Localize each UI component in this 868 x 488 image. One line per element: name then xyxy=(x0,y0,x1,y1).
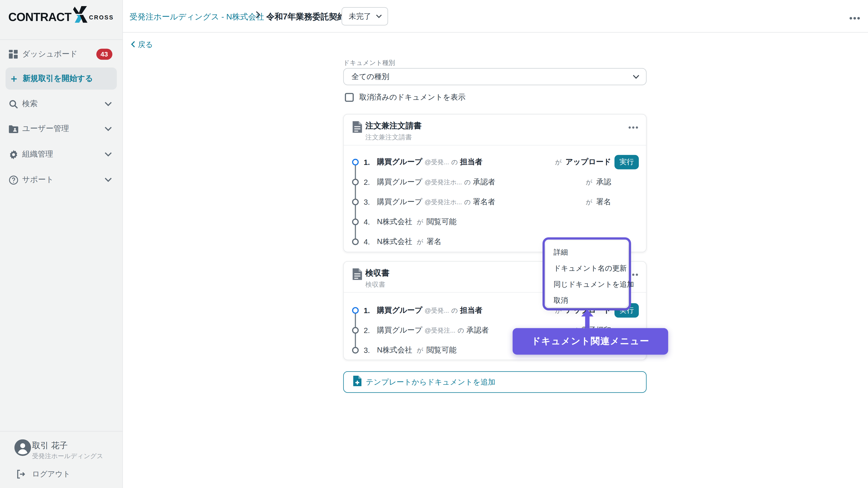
sidebar-item-support[interactable]: サポート xyxy=(0,170,123,190)
back-link[interactable]: 戻る xyxy=(131,40,153,50)
sidebar-item-search[interactable]: 検索 xyxy=(0,94,123,114)
chevron-down-icon xyxy=(105,152,112,157)
step-particle-ga: が xyxy=(555,158,561,166)
avatar xyxy=(14,439,31,456)
step-circle-active xyxy=(352,159,359,165)
step-particle-ga: が xyxy=(416,238,423,246)
step-particle: の xyxy=(458,326,464,335)
step-action: アップロード xyxy=(565,157,611,167)
sidebar-bottom-divider xyxy=(0,431,123,431)
show-cancelled-row: 取消済みのドキュメントを表示 xyxy=(345,92,466,102)
step-number: 3. xyxy=(364,346,373,355)
step-number: 1. xyxy=(364,158,373,166)
gear-icon xyxy=(8,149,18,159)
logout-label: ログアウト xyxy=(32,469,70,479)
sidebar-item-label: ユーザー管理 xyxy=(22,124,69,134)
doc-type-label: ドキュメント種別 xyxy=(343,59,395,67)
status-value: 未完了 xyxy=(349,11,371,21)
app-logo: CONTRACT CROSS xyxy=(8,6,114,28)
step-number: 4. xyxy=(364,238,373,246)
sidebar-item-label: サポート xyxy=(22,175,54,185)
step-action: 署名 xyxy=(427,237,441,247)
step-mention: @受発... xyxy=(425,158,449,166)
logout-button[interactable]: ログアウト xyxy=(0,465,123,483)
document-title: 検収書 xyxy=(365,268,390,278)
status-dropdown[interactable]: 未完了 xyxy=(342,7,388,26)
step-mention: @受発... xyxy=(425,306,449,315)
step-circle-active xyxy=(352,307,359,314)
step-action: 承認 xyxy=(596,177,611,187)
document-kebab-menu[interactable] xyxy=(628,121,638,131)
dashboard-icon xyxy=(8,49,18,59)
menu-item-details[interactable]: 詳細 xyxy=(546,244,628,260)
document-card-header: 注文兼注文請書 注文兼注文請書 xyxy=(344,115,646,145)
step-circle xyxy=(352,179,359,185)
document-context-menu: 詳細 ドキュメント名の更新 同じドキュメントを追加 取消 xyxy=(542,237,631,311)
sidebar-item-dashboard[interactable]: ダッシュボード 43 xyxy=(0,44,123,64)
breadcrumb-link[interactable]: 受発注ホールディングス - N株式会社 xyxy=(129,11,264,22)
document-subtitle: 注文兼注文請書 xyxy=(365,133,412,142)
step-group: 購買グループ xyxy=(377,197,423,207)
logo-x-icon xyxy=(72,6,88,26)
step-particle-ga: が xyxy=(416,218,423,226)
menu-item-add-same-document[interactable]: 同じドキュメントを追加 xyxy=(546,276,628,292)
step-role: 承認者 xyxy=(473,177,495,187)
step-number: 2. xyxy=(364,326,373,335)
workflow-step: 3. 購買グループ @受発注ホ... の 署名者 が 署名 xyxy=(344,192,646,212)
sidebar-item-new-deal[interactable]: ＋ 新規取引を開始する xyxy=(5,68,117,90)
show-cancelled-label: 取消済みのドキュメントを表示 xyxy=(359,92,465,102)
breadcrumb-separator xyxy=(256,11,260,21)
chevron-down-icon xyxy=(105,127,112,131)
step-action: 閲覧可能 xyxy=(427,217,456,227)
sidebar-item-org-management[interactable]: 組織管理 xyxy=(0,144,123,164)
step-particle: の xyxy=(451,158,458,166)
page-title: 令和7年業務委託契約 xyxy=(266,11,346,22)
step-group: N株式会社 xyxy=(377,217,412,227)
logo-text-cross: CROSS xyxy=(89,14,114,20)
doc-type-value: 全ての種別 xyxy=(351,72,389,82)
sidebar-item-label: 組織管理 xyxy=(22,149,53,159)
step-circle xyxy=(352,347,359,354)
context-menu-panel: 詳細 ドキュメント名の更新 同じドキュメントを追加 取消 xyxy=(546,240,628,307)
workflow-step: 1. 購買グループ @受発... の 担当者 が アップロード 実行 xyxy=(344,152,646,172)
annotation-callout: ドキュメント関連メニュー xyxy=(513,328,668,355)
step-number: 2. xyxy=(364,178,373,186)
menu-item-rename-document[interactable]: ドキュメント名の更新 xyxy=(546,260,628,276)
step-group: N株式会社 xyxy=(377,345,412,355)
main-content: 戻る ドキュメント種別 全ての種別 取消済みのドキュメントを表示 注文 xyxy=(123,33,868,488)
sidebar-item-user-management[interactable]: ユーザー管理 xyxy=(0,119,123,139)
step-circle xyxy=(352,238,359,245)
logo-text-contract: CONTRACT xyxy=(8,11,71,24)
add-document-from-template-button[interactable]: テンプレートからドキュメントを追加 xyxy=(343,371,647,393)
step-number: 1. xyxy=(364,306,373,315)
doc-type-dropdown[interactable]: 全ての種別 xyxy=(343,68,647,85)
new-deal-label: 新規取引を開始する xyxy=(23,74,93,84)
step-role: 承認者 xyxy=(466,325,489,335)
execute-button[interactable]: 実行 xyxy=(614,155,639,169)
header-kebab-menu[interactable] xyxy=(849,12,860,22)
step-action: 署名 xyxy=(596,197,611,207)
annotation-arrow-shaft xyxy=(585,315,590,328)
step-group: 購買グループ xyxy=(377,325,423,335)
step-particle: の xyxy=(464,178,471,186)
show-cancelled-checkbox[interactable] xyxy=(345,93,354,102)
dashboard-badge: 43 xyxy=(96,49,112,60)
top-header: 受発注ホールディングス - N株式会社 令和7年業務委託契約 未完了 xyxy=(123,0,868,33)
template-button-label: テンプレートからドキュメントを追加 xyxy=(366,377,495,387)
user-company: 受発注ホールディングス xyxy=(32,452,103,460)
logout-icon xyxy=(17,469,26,479)
step-role: 担当者 xyxy=(460,157,483,167)
step-mention: @受発注ホ... xyxy=(425,178,462,186)
document-subtitle: 検収書 xyxy=(365,280,385,289)
step-particle: の xyxy=(464,198,471,206)
document-icon xyxy=(352,268,362,282)
step-particle-ga: が xyxy=(586,178,592,186)
menu-item-cancel[interactable]: 取消 xyxy=(546,292,628,308)
folder-user-icon xyxy=(8,124,18,134)
chevron-down-icon xyxy=(105,102,112,106)
user-name: 取引 花子 xyxy=(32,440,68,451)
chevron-down-icon xyxy=(105,177,112,182)
step-particle-ga: が xyxy=(416,346,423,355)
plus-icon: ＋ xyxy=(9,72,19,85)
step-circle xyxy=(352,199,359,205)
